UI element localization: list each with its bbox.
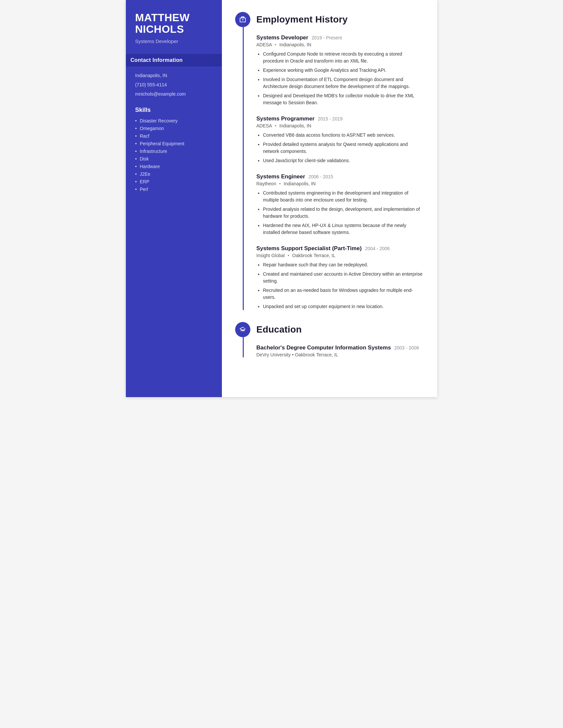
job-company: ADESA • Indianapolis, IN: [256, 42, 424, 47]
edu-school: DeVry University • Oakbrook Terrace, IL: [256, 352, 424, 357]
job-bullets: Configured Compute Node to retrieve reco…: [256, 51, 424, 106]
job-bullet: Provided analysis related to the design,…: [263, 206, 424, 220]
skill-item: Racf: [135, 133, 212, 139]
job-bullet: Provided detailed systems analysis for Q…: [263, 141, 424, 155]
job-title: Systems Developer: [256, 34, 308, 41]
timeline-line-education: [243, 337, 244, 357]
sidebar: MATTHEW NICHOLS Systems Developer Contac…: [126, 0, 222, 397]
contact-info: Indianapolis, IN (710) 555-4114 mnichols…: [135, 72, 212, 97]
job-bullet: Used JavaScript for client-side validati…: [263, 157, 424, 164]
employment-icon: [235, 12, 250, 27]
job-title: Systems Support Specialist (Part-Time): [256, 245, 362, 252]
education-icon: [235, 322, 250, 337]
education-section: Education Bachelor's Degree Computer Inf…: [235, 322, 424, 357]
edu-degree-row: Bachelor's Degree Computer Information S…: [256, 344, 424, 351]
job-company: Insight Global • Oakbrook Terrace, IL: [256, 253, 424, 258]
candidate-name: MATTHEW NICHOLS: [135, 12, 212, 35]
contact-email: mnichols@example.com: [135, 91, 212, 98]
job-bullet: Hardened the new AIX, HP-UX & Linux syst…: [263, 222, 424, 236]
job-title-row: Systems Programmer2015 - 2019: [256, 115, 424, 122]
employment-section: Employment History Systems Developer2019…: [235, 12, 424, 310]
skills-section: Skills Disaster RecoveryOmegamonRacfPeri…: [135, 107, 212, 192]
employment-title-row: Employment History: [235, 12, 424, 27]
name-line1: MATTHEW: [135, 12, 190, 23]
skill-item: J2Ee: [135, 171, 212, 177]
job-bullets: Contributed systems engineering in the d…: [256, 190, 424, 236]
education-title-row: Education: [235, 322, 424, 337]
resume-container: MATTHEW NICHOLS Systems Developer Contac…: [126, 0, 437, 397]
edu-degree: Bachelor's Degree Computer Information S…: [256, 344, 391, 351]
jobs-list: Systems Developer2019 - PresentADESA • I…: [235, 34, 424, 310]
job-bullet: Experience working with Google Analytics…: [263, 67, 424, 74]
job-bullet: Designed and Developed the MDB's for col…: [263, 92, 424, 106]
skill-item: Infrastructure: [135, 149, 212, 154]
job-bullet: Contributed systems engineering in the d…: [263, 190, 424, 204]
job-bullet: Involved in Documentation of ETL Compone…: [263, 76, 424, 90]
job-bullet: Created and maintained user accounts in …: [263, 271, 424, 285]
edu-dates: 2003 - 2006: [394, 345, 419, 350]
job-company: Raytheon • Indianapolis, IN: [256, 181, 424, 186]
job-title-row: Systems Engineer2006 - 2015: [256, 173, 424, 180]
job-bullet: Repair hardware such that they can be re…: [263, 261, 424, 268]
job-title: Systems Engineer: [256, 173, 305, 180]
skill-item: Disaster Recovery: [135, 118, 212, 123]
skill-item: ERP: [135, 179, 212, 184]
skills-list: Disaster RecoveryOmegamonRacfPeripheral …: [135, 118, 212, 192]
job-bullets: Repair hardware such that they can be re…: [256, 261, 424, 310]
contact-location: Indianapolis, IN: [135, 72, 212, 79]
job-title-row: Systems Developer2019 - Present: [256, 34, 424, 41]
job-block: Systems Programmer2015 - 2019ADESA • Ind…: [256, 115, 424, 164]
main-content: Employment History Systems Developer2019…: [222, 0, 437, 397]
job-block: Systems Support Specialist (Part-Time)20…: [256, 245, 424, 310]
job-bullet: Unpacked and set up computer equipment i…: [263, 303, 424, 310]
skill-item: Perl: [135, 187, 212, 192]
job-title-row: Systems Support Specialist (Part-Time)20…: [256, 245, 424, 252]
job-bullets: Converted VB6 data access functions to A…: [256, 132, 424, 164]
job-bullet: Configured Compute Node to retrieve reco…: [263, 51, 424, 65]
job-company: ADESA • Indianapolis, IN: [256, 123, 424, 128]
job-dates: 2004 - 2006: [365, 246, 390, 251]
sidebar-job-title: Systems Developer: [135, 38, 212, 44]
job-dates: 2006 - 2015: [308, 174, 333, 179]
job-dates: 2015 - 2019: [318, 116, 343, 121]
job-bullet: Converted VB6 data access functions to A…: [263, 132, 424, 139]
skill-item: Hardware: [135, 164, 212, 169]
name-line2: NICHOLS: [135, 23, 184, 35]
employment-section-title: Employment History: [256, 14, 348, 25]
contact-header: Contact Information: [126, 54, 222, 67]
skills-header: Skills: [135, 107, 212, 114]
job-title: Systems Programmer: [256, 115, 315, 122]
skill-item: Disk: [135, 156, 212, 161]
skill-item: Omegamon: [135, 126, 212, 131]
job-bullet: Recruited on an as-needed basis for Wind…: [263, 287, 424, 301]
skill-item: Peripheral Equipment: [135, 141, 212, 146]
name-title-block: MATTHEW NICHOLS Systems Developer: [135, 12, 212, 44]
svg-rect-0: [242, 20, 244, 20]
job-dates: 2019 - Present: [312, 35, 342, 40]
education-section-title: Education: [256, 324, 302, 335]
education-list: Bachelor's Degree Computer Information S…: [235, 344, 424, 357]
timeline-line-employment: [243, 27, 244, 310]
job-block: Systems Engineer2006 - 2015Raytheon • In…: [256, 173, 424, 236]
edu-block: Bachelor's Degree Computer Information S…: [256, 344, 424, 357]
job-block: Systems Developer2019 - PresentADESA • I…: [256, 34, 424, 106]
contact-phone: (710) 555-4114: [135, 82, 212, 88]
